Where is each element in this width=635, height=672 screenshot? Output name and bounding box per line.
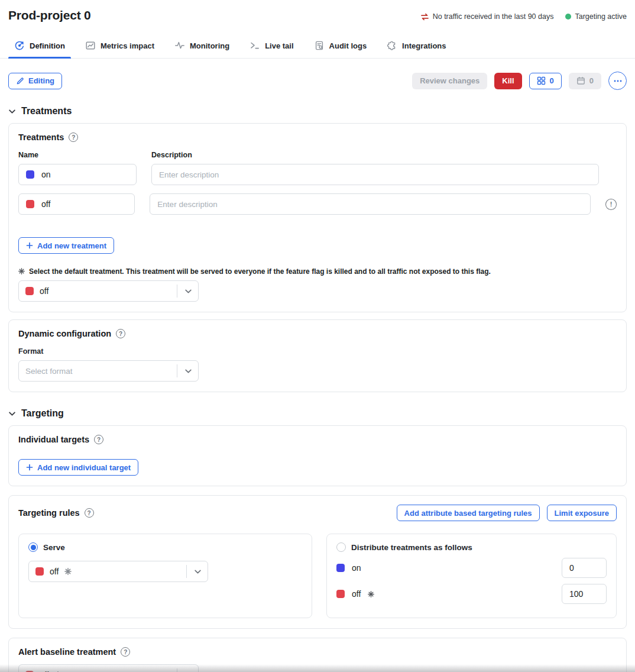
- treatments-column-headers: Name Description: [18, 151, 617, 159]
- select-divider: [177, 364, 177, 377]
- rollout-count: 0: [550, 76, 554, 85]
- serve-treatment-select[interactable]: off: [28, 561, 208, 582]
- targeting-section-title: Targeting: [21, 408, 64, 419]
- treatment-color-swatch: [26, 200, 34, 208]
- description-column-label: Description: [151, 151, 192, 159]
- treatment-name: on: [41, 170, 51, 179]
- kill-label: Kill: [502, 76, 514, 85]
- distribute-treatment: off: [336, 589, 374, 599]
- rollout-board-button[interactable]: 0: [529, 73, 562, 89]
- default-asterisk-icon: [18, 268, 25, 274]
- targeting-rules-header: Targeting rules ? Add attribute based ta…: [18, 505, 617, 521]
- individual-targets-title-row: Individual targets ?: [18, 435, 617, 444]
- format-label: Format: [18, 347, 617, 356]
- distribute-label: Distribute treatments as follows: [351, 543, 472, 552]
- toolbar: Editing Review changes Kill 0: [8, 72, 627, 90]
- help-icon[interactable]: ?: [69, 133, 78, 142]
- individual-targets-card: Individual targets ? Add new individual …: [8, 425, 627, 486]
- help-icon[interactable]: ?: [116, 329, 125, 338]
- review-changes-button[interactable]: Review changes: [412, 73, 487, 89]
- distribute-panel: Distribute treatments as follows on off: [326, 534, 617, 618]
- dynamic-configuration-card: Dynamic configuration ? Format Select fo…: [8, 319, 627, 392]
- help-icon[interactable]: ?: [121, 647, 130, 657]
- alert-baseline-title-row: Alert baseline treatment ?: [18, 647, 617, 657]
- treatment-color-swatch: [26, 170, 34, 179]
- add-individual-target-label: Add new individual target: [37, 463, 131, 472]
- treatment-row: on: [18, 164, 617, 185]
- traffic-status: No traffic received in the last 90 days: [420, 12, 554, 21]
- distribute-row-off: off: [336, 584, 607, 604]
- schedule-button[interactable]: 0: [569, 73, 601, 89]
- tab-metrics-impact[interactable]: Metrics impact: [79, 34, 160, 58]
- serve-radio-row[interactable]: Serve: [28, 542, 302, 552]
- limit-exposure-button[interactable]: Limit exposure: [547, 505, 617, 521]
- serve-treatment-value: off: [50, 567, 59, 576]
- traffic-status-label: No traffic received in the last 90 days: [433, 12, 554, 21]
- alert-baseline-select[interactable]: off alert not possible: [18, 664, 199, 672]
- targeting-active-dot: [565, 14, 571, 20]
- chevron-down-icon: [8, 108, 16, 115]
- treatment-description-input-off[interactable]: [150, 193, 591, 215]
- distribute-treatment-name: off: [352, 589, 361, 599]
- tab-live-tail[interactable]: Live tail: [244, 34, 299, 58]
- name-column-label: Name: [18, 151, 137, 159]
- serve-label: Serve: [43, 543, 65, 552]
- add-attribute-rules-button[interactable]: Add attribute based targeting rules: [397, 505, 540, 521]
- treatments-section-toggle[interactable]: Treatments: [8, 106, 627, 117]
- distribute-radio-row[interactable]: Distribute treatments as follows: [336, 542, 607, 552]
- status-group: No traffic received in the last 90 days …: [420, 8, 627, 21]
- limit-exposure-label: Limit exposure: [555, 509, 609, 518]
- default-treatment-select[interactable]: off: [18, 280, 199, 302]
- treatments-card: Treatments ? Name Description on off ! A…: [8, 123, 627, 312]
- distribute-row-on: on: [336, 558, 607, 578]
- help-icon[interactable]: ?: [85, 508, 94, 518]
- review-changes-label: Review changes: [420, 76, 480, 85]
- distribute-percent-input-on[interactable]: [562, 558, 607, 578]
- select-divider: [177, 285, 177, 298]
- targeting-section-toggle[interactable]: Targeting: [8, 408, 627, 419]
- targeting-status-label: Targeting active: [575, 12, 627, 21]
- tab-label: Metrics impact: [101, 41, 154, 50]
- targeting-rule-panels: Serve off Distribute tr: [18, 534, 617, 618]
- editing-button[interactable]: Editing: [8, 73, 62, 89]
- tab-label: Live tail: [265, 41, 293, 50]
- serve-radio[interactable]: [28, 542, 38, 552]
- serve-panel: Serve off: [18, 534, 312, 618]
- plus-icon: [26, 464, 33, 471]
- kill-button[interactable]: Kill: [494, 73, 521, 89]
- plus-icon: [26, 242, 33, 249]
- tab-label: Audit logs: [329, 41, 367, 50]
- tab-audit-logs[interactable]: Audit logs: [308, 34, 373, 58]
- add-individual-target-button[interactable]: Add new individual target: [18, 459, 138, 476]
- distribute-radio[interactable]: [336, 542, 346, 552]
- audit-logs-icon: [314, 40, 325, 51]
- tab-integrations[interactable]: Integrations: [381, 34, 452, 58]
- distribute-percent-input-off[interactable]: [562, 584, 607, 604]
- treatment-name-field-off[interactable]: off: [18, 193, 135, 215]
- page-header: Prod-project 0 No traffic received in th…: [0, 0, 635, 22]
- treatment-description-input-on[interactable]: [151, 164, 599, 185]
- tab-label: Definition: [30, 41, 65, 50]
- swap-arrows-icon: [420, 13, 429, 21]
- select-divider: [177, 668, 177, 672]
- tab-label: Integrations: [402, 41, 446, 50]
- help-icon[interactable]: ?: [94, 435, 103, 444]
- individual-targets-title: Individual targets: [18, 435, 89, 444]
- treatment-name-field-on[interactable]: on: [18, 164, 137, 185]
- pencil-icon: [16, 77, 24, 85]
- targeting-rules-title: Targeting rules: [18, 508, 80, 518]
- targeting-rules-card: Targeting rules ? Add attribute based ta…: [8, 495, 627, 629]
- default-asterisk-icon: [64, 568, 72, 575]
- format-select[interactable]: Select format: [18, 360, 199, 382]
- treatment-row: off !: [18, 193, 617, 215]
- add-new-treatment-button[interactable]: Add new treatment: [18, 237, 114, 254]
- dynamic-configuration-title-row: Dynamic configuration ?: [18, 329, 617, 338]
- ellipsis-icon: [614, 80, 622, 82]
- treatment-color-swatch: [35, 567, 44, 576]
- tab-definition[interactable]: Definition: [8, 34, 71, 58]
- format-placeholder: Select format: [25, 367, 73, 376]
- more-options-button[interactable]: [608, 72, 627, 90]
- treatment-color-swatch: [336, 564, 345, 572]
- definition-icon: [14, 40, 25, 51]
- tab-monitoring[interactable]: Monitoring: [169, 34, 235, 58]
